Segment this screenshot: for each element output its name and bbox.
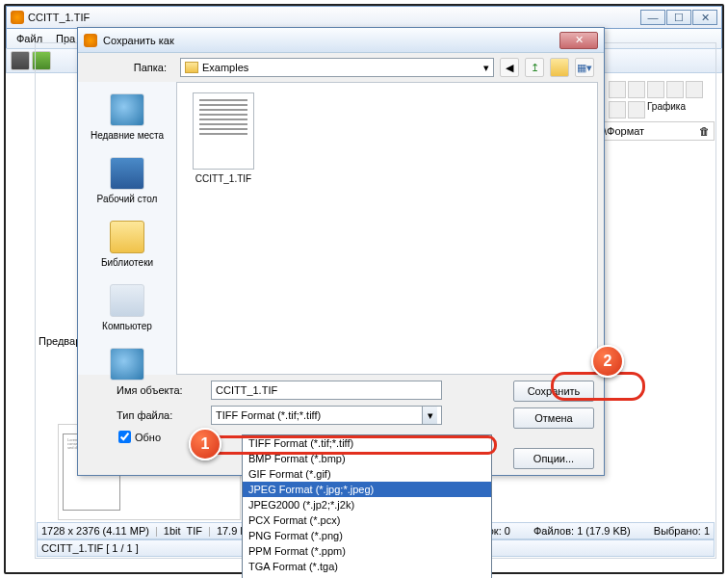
main-window-titlebar: CCITT_1.TIF — ☐ ✕ (6, 6, 722, 29)
tool-icon[interactable] (628, 101, 645, 118)
folder-combobox[interactable]: Examples ▾ (180, 58, 494, 77)
place-label: Библиотеки (80, 257, 174, 269)
cancel-button-label: Отмена (534, 412, 572, 424)
file-name-label: CCITT_1.TIF (187, 173, 260, 184)
format-option[interactable]: TIFF Format (*.tif;*.tiff) (243, 574, 491, 578)
desktop-icon (110, 157, 144, 190)
tool-icon[interactable] (609, 101, 626, 118)
format-option[interactable]: PCX Format (*.pcx) (243, 512, 491, 528)
format-option[interactable]: JPEG2000 (*.jp2;*.j2k) (243, 497, 491, 512)
computer-icon (110, 284, 144, 317)
minimize-button[interactable]: — (640, 10, 665, 25)
status-dimensions: 1728 x 2376 (4.11 MP) (41, 525, 149, 537)
update-label: Обно (135, 432, 161, 443)
filename-input[interactable] (211, 381, 442, 400)
dialog-folder-toolbar: Папка: Examples ▾ ◀ ↥ ▦▾ (78, 53, 604, 82)
tool-icon[interactable] (686, 81, 703, 98)
recent-places-icon (110, 93, 144, 126)
tool-icon[interactable] (666, 81, 684, 98)
nav-new-folder-icon[interactable] (550, 58, 569, 77)
graphics-label: Графика (647, 101, 686, 118)
dialog-titlebar: Сохранить как ✕ (78, 28, 604, 53)
dialog-close-button[interactable]: ✕ (559, 32, 598, 49)
place-libraries[interactable]: Библиотеки (78, 215, 176, 278)
place-label: Рабочий стол (80, 194, 174, 205)
status-files: Файлов: 1 (17.9 KB) (533, 525, 631, 537)
places-sidebar: Недавние места Рабочий стол Библиотеки К… (78, 82, 176, 375)
filetype-label: Тип файла: (88, 409, 203, 421)
camera-icon[interactable] (11, 51, 30, 70)
save-button-label: Сохранить (528, 385, 581, 397)
format-option[interactable]: PPM Format (*.ppm) (243, 543, 491, 559)
tool-icon[interactable] (628, 81, 645, 98)
save-button[interactable]: Сохранить (513, 381, 594, 402)
annotation-badge-2: 2 (591, 345, 624, 378)
path-text: \Формат (604, 125, 644, 137)
document-icon (193, 92, 254, 170)
folder-label: Папка: (88, 62, 174, 73)
save-as-dialog: Сохранить как ✕ Папка: Examples ▾ ◀ ↥ ▦▾… (77, 27, 605, 476)
nav-view-icon[interactable]: ▦▾ (575, 58, 594, 77)
nav-back-icon[interactable]: ◀ (500, 58, 519, 77)
file-item[interactable]: CCITT_1.TIF (187, 92, 260, 184)
format-option[interactable]: TGA Format (*.tga) (243, 559, 491, 574)
format-option[interactable]: TIFF Format (*.tif;*.tiff) (243, 435, 491, 451)
app-icon (11, 11, 24, 24)
options-button-label: Опции... (533, 453, 574, 464)
libraries-icon (110, 221, 144, 253)
format-option[interactable]: PNG Format (*.png) (243, 528, 491, 543)
place-label: Недавние места (80, 130, 174, 142)
format-option-jpeg[interactable]: JPEG Format (*.jpg;*.jpeg) (243, 482, 491, 497)
chevron-down-icon: ▾ (483, 62, 489, 74)
filetype-dropdown[interactable]: TIFF Format (*.tif;*.tiff) BMP Format (*… (242, 434, 492, 578)
tool-icon[interactable] (647, 81, 664, 98)
dialog-title: Сохранить как (103, 35, 174, 46)
filetype-value: TIFF Format (*.tif;*.tiff) (216, 409, 321, 421)
folder-icon (185, 62, 198, 73)
status-format: TIF (187, 525, 203, 537)
filetype-combobox[interactable]: TIFF Format (*.tif;*.tiff) ▾ (211, 406, 442, 425)
place-label: Компьютер (80, 321, 174, 332)
close-button[interactable]: ✕ (692, 10, 717, 25)
folder-value: Examples (202, 62, 248, 73)
update-checkbox[interactable] (118, 431, 131, 443)
tool-icon[interactable] (609, 81, 626, 98)
status-depth: 1bit (164, 525, 181, 537)
dialog-app-icon (84, 34, 97, 47)
cancel-button[interactable]: Отмена (513, 407, 594, 429)
file-list[interactable]: CCITT_1.TIF (176, 82, 598, 375)
status-selected: Выбрано: 1 (654, 525, 710, 537)
place-desktop[interactable]: Рабочий стол (78, 151, 176, 215)
options-button[interactable]: Опции... (513, 448, 594, 469)
nav-up-icon[interactable]: ↥ (525, 58, 544, 77)
trash-icon[interactable]: 🗑 (699, 125, 710, 137)
filename-label: Имя объекта: (88, 384, 203, 396)
footer-text: CCITT_1.TIF [ 1 / 1 ] (41, 542, 139, 554)
format-option[interactable]: GIF Format (*.gif) (243, 466, 491, 482)
chevron-down-icon: ▾ (422, 407, 437, 424)
place-computer[interactable]: Компьютер (78, 278, 176, 342)
annotation-badge-1: 1 (189, 428, 221, 460)
maximize-button[interactable]: ☐ (666, 10, 691, 25)
right-toolbar: Графика (609, 81, 715, 121)
path-bar[interactable]: \Формат 🗑 (599, 121, 715, 141)
place-recent[interactable]: Недавние места (78, 88, 176, 151)
main-window-title: CCITT_1.TIF (28, 12, 90, 23)
format-option[interactable]: BMP Format (*.bmp) (243, 451, 491, 466)
